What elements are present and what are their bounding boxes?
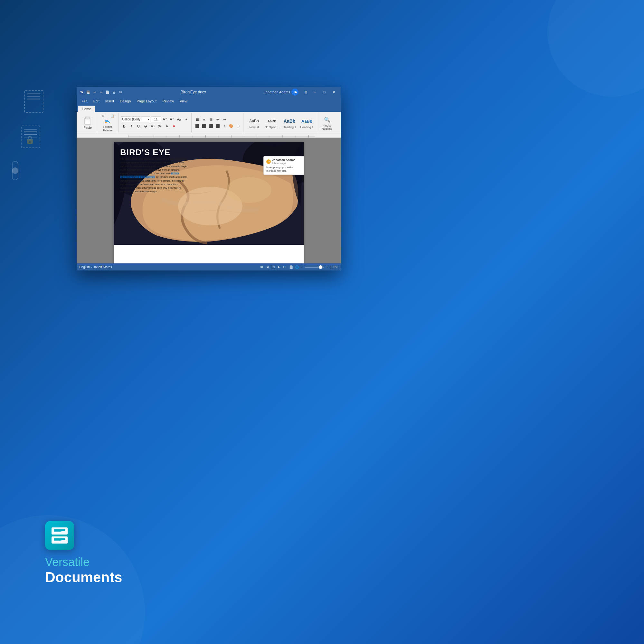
style-no-spacing[interactable]: AaBb No Spaci... xyxy=(263,116,280,129)
align-justify-btn[interactable]: ⬛ xyxy=(214,123,221,129)
align-center-btn[interactable]: ⬛ xyxy=(201,123,207,129)
view-web-btn[interactable]: 🌐 xyxy=(295,265,299,269)
decrease-indent-btn[interactable]: ⇤ xyxy=(214,117,221,122)
menu-review[interactable]: Review xyxy=(160,99,176,104)
italic-button[interactable]: I xyxy=(128,123,135,129)
deco-lock-icon: 🔒 xyxy=(25,135,35,144)
tab-home[interactable]: Home xyxy=(78,106,95,112)
ribbon-group-paragraph: ☰ ≡ ⊞ ⇤ ⇥ ⬛ ⬛ ⬛ ⬛ ↕ 🎨 ⊡ xyxy=(192,113,243,132)
copy-button[interactable]: 📋 xyxy=(108,113,116,119)
bold-button[interactable]: B xyxy=(121,123,128,129)
page-header-image: BIRD'S EYE The terms aerial view and aer… xyxy=(114,142,304,245)
ribbon-content: Paste ✂ 📋 FormatPa xyxy=(77,112,341,134)
menu-view[interactable]: View xyxy=(177,99,190,104)
style-heading1[interactable]: AaBb Heading 1 xyxy=(281,116,298,129)
subscript-button[interactable]: X₂ xyxy=(149,123,156,129)
bullet-list-btn[interactable]: ☰ xyxy=(194,117,201,122)
svg-line-13 xyxy=(108,121,110,123)
style-heading2-label: Heading 2 xyxy=(300,126,314,129)
font-color-btn[interactable]: A xyxy=(171,123,177,129)
brand-text-documents: Documents xyxy=(45,569,122,586)
shading-btn[interactable]: 🎨 xyxy=(228,123,234,129)
last-page-btn[interactable]: ⏭ xyxy=(283,265,287,269)
paragraph-controls: ☰ ≡ ⊞ ⇤ ⇥ ⬛ ⬛ ⬛ ⬛ ↕ 🎨 ⊡ xyxy=(194,117,241,129)
highlight-btn[interactable]: A xyxy=(164,123,170,129)
view-normal-btn[interactable]: 📄 xyxy=(289,265,293,269)
font-size-selector[interactable]: 11 xyxy=(151,117,161,122)
paste-button[interactable]: Paste xyxy=(81,116,94,130)
ribbon-group-paste: Paste xyxy=(79,113,96,132)
font-case-btn[interactable]: Aa xyxy=(176,117,182,122)
prev-page-btn[interactable]: ◀ xyxy=(265,265,270,269)
undo-btn[interactable]: ↩ xyxy=(92,90,97,95)
font-shrink-btn[interactable]: A⁻ xyxy=(169,117,175,122)
format-painter-button[interactable] xyxy=(102,119,113,125)
deco-slider xyxy=(12,161,18,180)
align-right-btn[interactable]: ⬛ xyxy=(208,123,214,129)
font-grow-btn[interactable]: A⁺ xyxy=(162,117,168,122)
ribbon: Home Paste xyxy=(77,105,341,134)
save-tb-btn[interactable]: 💾 xyxy=(86,90,91,95)
menu-design[interactable]: Design xyxy=(117,99,133,104)
menu-file[interactable]: File xyxy=(79,99,90,104)
deco-doc-icon-2 xyxy=(21,126,40,148)
svg-rect-1 xyxy=(52,536,68,544)
title-bar: W 💾 ↩ ↪ 📄 🖨 ✉ Bird'sEye.docx Jonathan Ad… xyxy=(77,87,341,97)
find-replace-button[interactable]: 🔍 Find &Replace xyxy=(320,114,334,132)
font-name-selector[interactable]: Calibri (Body) ▾ xyxy=(121,117,150,122)
user-avatar[interactable]: JA xyxy=(291,89,298,96)
style-normal[interactable]: AaBb Normal xyxy=(246,116,262,129)
style-heading2[interactable]: AaBb Heading 2 xyxy=(299,116,315,129)
svg-rect-0 xyxy=(52,527,68,535)
ruler xyxy=(77,134,341,138)
underline-button[interactable]: U xyxy=(135,123,142,129)
menu-pagelayout[interactable]: Page Layout xyxy=(134,99,159,104)
resize-btn[interactable]: ⊞ xyxy=(301,89,310,96)
borders-btn[interactable]: ⊡ xyxy=(235,123,241,129)
line-spacing-btn[interactable]: ↕ xyxy=(221,123,228,129)
clear-format-btn[interactable]: ✦ xyxy=(183,117,189,122)
style-normal-preview: AaBb xyxy=(249,117,259,126)
comment-text: Make paragraphs wider.Increase font size… xyxy=(266,166,302,173)
svg-rect-12 xyxy=(105,120,108,122)
menu-insert[interactable]: Insert xyxy=(103,99,117,104)
document-page: BIRD'S EYE The terms aerial view and aer… xyxy=(114,142,304,263)
username: Jonathan Adams xyxy=(264,90,290,94)
window-title: Bird'sEye.docx xyxy=(123,90,264,94)
ribbon-group-font: Calibri (Body) ▾ 11 A⁺ A⁻ Aa ✦ B I U S xyxy=(119,113,192,132)
new-doc-btn[interactable]: 📄 xyxy=(105,90,110,95)
style-heading1-label: Heading 1 xyxy=(283,126,296,129)
superscript-button[interactable]: X² xyxy=(156,123,163,129)
first-page-btn[interactable]: ⏮ xyxy=(260,265,264,269)
ruler-svg xyxy=(102,134,315,138)
align-left-btn[interactable]: ⬛ xyxy=(194,123,201,129)
cut-copy-row: ✂ 📋 xyxy=(99,113,116,119)
body-text: The terms aerial view and aerial viewpoi… xyxy=(120,157,188,194)
next-page-btn[interactable]: ▶ xyxy=(277,265,281,269)
zoom-level: 100% xyxy=(330,265,338,269)
maximize-btn[interactable]: □ xyxy=(320,89,329,96)
multilevel-list-btn[interactable]: ⊞ xyxy=(208,117,214,122)
align-row: ⬛ ⬛ ⬛ ⬛ ↕ 🎨 ⊡ xyxy=(194,123,241,129)
cut-button[interactable]: ✂ xyxy=(99,113,107,119)
share-btn[interactable]: ✉ xyxy=(118,90,123,95)
find-replace-icon: 🔍 xyxy=(323,115,332,124)
increase-indent-btn[interactable]: ⇥ xyxy=(221,117,228,122)
format-painter-group: FormatPainter xyxy=(102,119,113,132)
page-info: 1/1 xyxy=(271,265,276,269)
window-controls: ⊞ ─ □ ✕ xyxy=(301,89,338,96)
redo-btn[interactable]: ↪ xyxy=(99,90,104,95)
close-btn[interactable]: ✕ xyxy=(329,89,338,96)
minimize-btn[interactable]: ─ xyxy=(310,89,319,96)
zoom-in-btn[interactable]: + xyxy=(326,265,328,269)
numbered-list-btn[interactable]: ≡ xyxy=(201,117,207,122)
zoom-out-btn[interactable]: − xyxy=(301,265,303,269)
menu-edit[interactable]: Edit xyxy=(91,99,102,104)
page-navigation: ⏮ ◀ 1/1 ▶ ⏭ xyxy=(260,265,287,269)
status-right: ⏮ ◀ 1/1 ▶ ⏭ 📄 🌐 − + 100% xyxy=(260,265,338,269)
zoom-slider[interactable] xyxy=(305,267,324,268)
strikethrough-button[interactable]: S xyxy=(142,123,149,129)
styles-list: AaBb Normal AaBb No Spaci... AaBb Headin… xyxy=(246,116,315,129)
print-btn[interactable]: 🖨 xyxy=(111,90,117,95)
svg-rect-5 xyxy=(54,540,62,541)
